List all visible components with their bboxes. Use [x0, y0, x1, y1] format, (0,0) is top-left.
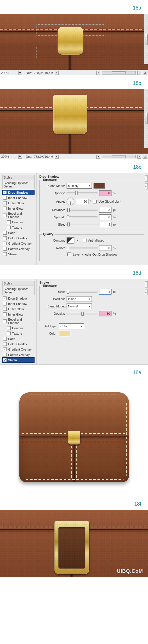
checkbox-icon[interactable] — [3, 307, 7, 311]
stroke-color-swatch[interactable] — [59, 331, 70, 336]
checkbox-icon[interactable] — [3, 337, 7, 340]
menu-caret-icon[interactable]: ▸ — [55, 71, 59, 75]
vertical-scroll-thumb[interactable] — [145, 113, 148, 124]
side-button-blank[interactable] — [145, 281, 148, 288]
styles-item-inner-glow[interactable]: Inner Glow — [2, 312, 35, 317]
horizontal-scroll-thumb[interactable] — [112, 71, 125, 74]
checkbox-icon[interactable] — [3, 319, 7, 323]
styles-item-gradient-overlay[interactable]: Gradient Overlay — [2, 241, 35, 246]
styles-item-satin[interactable]: Satin — [2, 230, 35, 235]
checkbox-icon[interactable] — [3, 196, 7, 200]
expand-icon[interactable]: ⯈ — [18, 155, 22, 159]
checkbox-icon[interactable] — [3, 312, 7, 316]
horizontal-scrollbar[interactable] — [102, 155, 136, 158]
expand-icon[interactable]: ⯈ — [18, 71, 22, 75]
horizontal-scrollbar[interactable] — [102, 71, 136, 75]
size-slider[interactable] — [67, 224, 97, 225]
vertical-scrollbar[interactable] — [144, 89, 148, 148]
side-button-n[interactable]: N — [145, 289, 148, 295]
checkbox-icon[interactable] — [3, 353, 7, 356]
styles-item-drop-shadow[interactable]: Drop Shadow — [2, 296, 35, 301]
styles-item-contour[interactable]: Contour — [2, 219, 35, 225]
size-slider[interactable] — [67, 291, 97, 293]
distance-slider[interactable] — [67, 209, 97, 211]
styles-item-texture[interactable]: Texture — [2, 331, 35, 336]
spread-input[interactable]: 0 — [99, 214, 111, 220]
contour-picker[interactable] — [67, 237, 74, 244]
knockout-checkbox[interactable] — [67, 252, 71, 256]
styles-item-bevel-emboss[interactable]: Bevel and Emboss — [2, 211, 35, 219]
opacity-input[interactable]: 30 — [99, 190, 111, 196]
scroll-right-icon[interactable]: ▸ — [137, 71, 141, 75]
checkbox-icon[interactable] — [7, 332, 11, 335]
position-select[interactable]: Inside ▼ — [67, 296, 92, 302]
checkbox-icon[interactable] — [3, 201, 7, 205]
checkbox-icon[interactable] — [7, 220, 11, 224]
resize-grip-icon[interactable]: ◿ — [143, 71, 147, 75]
vertical-scroll-thumb[interactable] — [145, 34, 148, 45]
checkbox-icon[interactable] — [3, 302, 7, 305]
angle-input[interactable]: 90 — [76, 199, 88, 204]
side-button-n[interactable]: N — [145, 183, 148, 189]
checkbox-icon[interactable] — [7, 226, 11, 229]
styles-item-outer-glow[interactable]: Outer Glow — [2, 200, 35, 206]
fill-type-select[interactable]: Color ▼ — [59, 323, 84, 329]
styles-item-texture[interactable]: Texture — [2, 225, 35, 230]
checkbox-icon[interactable] — [3, 358, 7, 362]
size-input[interactable]: 1 — [99, 289, 111, 295]
checkbox-icon[interactable] — [3, 252, 7, 256]
shadow-color-swatch[interactable] — [94, 183, 105, 189]
checkbox-icon[interactable] — [3, 236, 7, 240]
styles-item-inner-shadow[interactable]: Inner Shadow — [2, 195, 35, 200]
styles-item-bevel-emboss[interactable]: Bevel and Emboss — [2, 317, 35, 325]
styles-item-pattern-overlay[interactable]: Pattern Overlay — [2, 246, 35, 251]
scroll-right-icon[interactable]: ▸ — [137, 155, 141, 159]
checkbox-icon[interactable] — [3, 231, 7, 235]
checkbox-icon[interactable] — [7, 326, 11, 330]
distance-input[interactable]: 3 — [99, 207, 111, 213]
side-button-blank[interactable] — [145, 175, 148, 182]
zoom-level[interactable]: 300% — [1, 155, 17, 158]
resize-grip-icon[interactable]: ◿ — [143, 155, 147, 159]
checkbox-icon[interactable] — [3, 296, 7, 300]
styles-item-contour[interactable]: Contour — [2, 325, 35, 331]
styles-item-stroke[interactable]: Stroke — [2, 251, 35, 257]
checkbox-icon[interactable] — [3, 191, 7, 194]
horizontal-scroll-thumb[interactable] — [112, 155, 125, 158]
styles-item-outer-glow[interactable]: Outer Glow — [2, 306, 35, 312]
noise-slider[interactable] — [67, 247, 97, 249]
opacity-slider[interactable] — [67, 313, 97, 314]
spread-slider[interactable] — [67, 216, 97, 218]
styles-item-stroke[interactable]: Stroke — [2, 357, 35, 363]
anti-aliased-checkbox[interactable] — [83, 239, 86, 242]
checkbox-icon[interactable] — [3, 247, 7, 251]
zoom-level[interactable]: 200% — [1, 71, 17, 75]
styles-item-pattern-overlay[interactable]: Pattern Overlay — [2, 352, 35, 357]
size-input[interactable]: 3 — [99, 222, 111, 227]
checkbox-icon[interactable] — [3, 207, 7, 210]
vertical-scrollbar[interactable] — [144, 14, 148, 64]
checkbox-icon[interactable] — [3, 242, 7, 245]
scroll-left-icon[interactable]: ◂ — [96, 71, 100, 75]
styles-blending-default[interactable]: Blending Options: Default — [2, 286, 35, 295]
styles-item-gradient-overlay[interactable]: Gradient Overlay — [2, 347, 35, 352]
blend-mode-select[interactable]: Multiply ▼ — [67, 183, 92, 189]
noise-input[interactable]: 0 — [99, 245, 111, 251]
opacity-slider[interactable] — [67, 192, 97, 194]
menu-caret-icon[interactable]: ▸ — [55, 155, 59, 159]
opacity-input[interactable]: 50 — [99, 311, 111, 316]
checkbox-icon[interactable] — [3, 214, 7, 217]
styles-item-color-overlay[interactable]: Color Overlay — [2, 341, 35, 347]
styles-blending-default[interactable]: Blending Options: Default — [2, 180, 35, 189]
styles-item-satin[interactable]: Satin — [2, 336, 35, 341]
angle-dial[interactable] — [67, 198, 74, 205]
styles-item-drop-shadow[interactable]: Drop Shadow — [2, 190, 35, 195]
checkbox-icon[interactable] — [3, 348, 7, 351]
scroll-left-icon[interactable]: ◂ — [96, 155, 100, 159]
use-global-light-checkbox[interactable] — [93, 200, 97, 203]
blend-mode-select[interactable]: Normal ▼ — [67, 304, 92, 309]
styles-item-inner-shadow[interactable]: Inner Shadow — [2, 301, 35, 306]
checkbox-icon[interactable] — [3, 342, 7, 346]
styles-item-color-overlay[interactable]: Color Overlay — [2, 235, 35, 241]
styles-item-inner-glow[interactable]: Inner Glow — [2, 206, 35, 211]
